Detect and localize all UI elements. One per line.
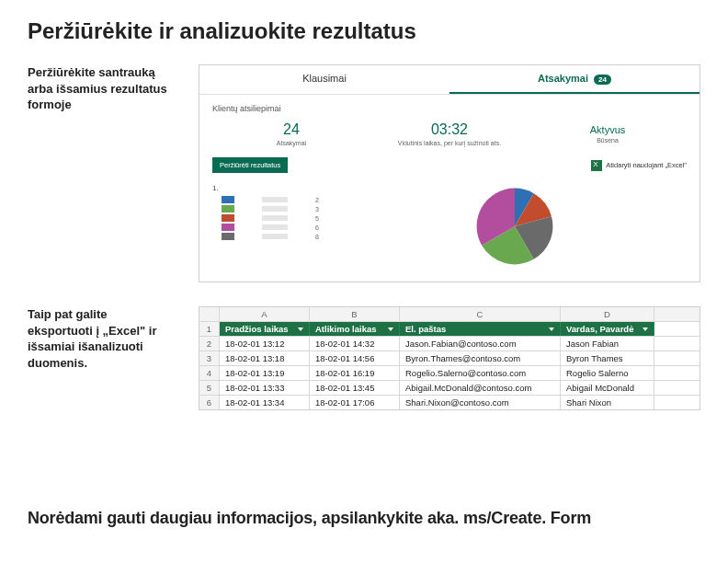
table-cell[interactable]: Abigail.McDonald@contoso.com: [400, 381, 561, 395]
table-header-cell[interactable]: Atlikimo laikas: [310, 322, 400, 336]
open-in-excel-link[interactable]: Atidaryti naudojant „Excel": [591, 160, 687, 171]
table-cell[interactable]: Jason Fabian: [561, 337, 654, 350]
col-letter[interactable]: A: [220, 307, 310, 321]
tab-responses[interactable]: Atsakymai 24: [449, 65, 700, 94]
legend-row: 5: [222, 214, 321, 222]
table-cell[interactable]: Rogelio.Salerno@contoso.com: [400, 366, 561, 380]
table-cell[interactable]: Byron Thames: [561, 351, 654, 365]
col-letter[interactable]: B: [310, 307, 400, 321]
legend-swatch: [222, 205, 234, 213]
table-cell[interactable]: 18-02-01 13:12: [220, 337, 310, 350]
row-number[interactable]: 3: [199, 351, 220, 365]
excel-icon: [591, 160, 602, 171]
table-header-cell[interactable]: Pradžios laikas: [220, 322, 310, 336]
legend-bar: [262, 206, 288, 212]
question-number: 1.: [212, 184, 321, 192]
table-cell[interactable]: 18-02-01 13:18: [220, 351, 310, 365]
table-cell[interactable]: Byron.Thames@contoso.com: [400, 351, 561, 365]
filter-dropdown-icon[interactable]: [298, 327, 303, 331]
tab-responses-label: Atsakymai: [538, 73, 588, 84]
legend-swatch: [222, 224, 234, 231]
stat-time-value: 03:32: [370, 121, 529, 138]
table-row: 318-02-01 13:1818-02-01 14:56Byron.Thame…: [199, 350, 700, 365]
stat-responses: 24 Atsakymai: [212, 121, 370, 146]
table-cell[interactable]: 18-02-01 14:56: [310, 351, 400, 365]
filter-dropdown-icon[interactable]: [388, 327, 393, 331]
filter-dropdown-icon[interactable]: [549, 327, 554, 331]
grid-corner: [199, 307, 220, 321]
table-cell[interactable]: 18-02-01 13:34: [220, 396, 310, 409]
legend-bar: [262, 224, 288, 230]
col-letter[interactable]: D: [561, 307, 654, 321]
table-cell[interactable]: Shari.Nixon@contoso.com: [400, 396, 561, 409]
forms-results-panel: Klausimai Atsakymai 24 Klientų atsiliepi…: [199, 64, 700, 282]
footer-cta: Norėdami gauti daugiau informacijos, aps…: [28, 509, 591, 528]
header-label: El. paštas: [405, 324, 446, 334]
table-cell[interactable]: Abigail McDonald: [561, 381, 654, 395]
table-cell[interactable]: 18-02-01 14:32: [310, 337, 400, 350]
table-row: 618-02-01 13:3418-02-01 17:06Shari.Nixon…: [199, 395, 700, 409]
row-number[interactable]: 6: [199, 396, 220, 409]
table-cell[interactable]: 18-02-01 16:19: [310, 366, 400, 380]
table-cell[interactable]: Shari Nixon: [561, 396, 654, 409]
excel-grid: ABCD1Pradžios laikasAtlikimo laikasEl. p…: [199, 306, 700, 410]
table-row: 218-02-01 13:1218-02-01 14:32Jason.Fabia…: [199, 336, 700, 350]
view-results-button[interactable]: Peržiūrėti rezultatus: [212, 157, 288, 173]
form-title: Klientų atsiliepimai: [199, 95, 700, 117]
footer-band: Norėdami gauti daugiau informacijos, aps…: [0, 471, 728, 563]
filter-dropdown-icon[interactable]: [643, 327, 648, 331]
table-row: 418-02-01 13:1918-02-01 16:19Rogelio.Sal…: [199, 365, 700, 380]
legend-row: 2: [222, 196, 321, 203]
page-title: Peržiūrėkite ir analizuokite rezultatus: [28, 18, 700, 44]
row-number[interactable]: 2: [199, 337, 220, 350]
side-text-2: Taip pat galite eksportuoti į „Excel" ir…: [28, 306, 175, 410]
pie-chart: [472, 184, 557, 269]
row-number[interactable]: 4: [199, 366, 220, 380]
stat-status-value: Aktyvus: [529, 124, 687, 135]
col-letter[interactable]: C: [400, 307, 561, 321]
stat-time-label: Vidutinis laikas, per kurį sužinoti ats.: [370, 140, 529, 146]
header-label: Atlikimo laikas: [315, 324, 377, 334]
table-cell[interactable]: 18-02-01 13:45: [310, 381, 400, 395]
open-in-excel-label: Atidaryti naudojant „Excel": [606, 161, 687, 169]
table-cell[interactable]: Jason.Fabian@contoso.com: [400, 337, 561, 350]
legend-swatch: [222, 214, 234, 222]
row-number[interactable]: 5: [199, 381, 220, 395]
header-label: Vardas, Pavardė: [566, 324, 633, 334]
side-text-1: Peržiūrėkite santrauką arba išsamius rez…: [28, 64, 175, 282]
responses-badge: 24: [594, 75, 611, 85]
legend-count: 3: [315, 206, 321, 213]
tab-questions[interactable]: Klausimai: [199, 65, 449, 94]
table-row: 518-02-01 13:3318-02-01 13:45Abigail.McD…: [199, 380, 700, 395]
legend: 23568: [222, 196, 321, 240]
row-number[interactable]: 1: [199, 322, 220, 336]
legend-count: 6: [315, 224, 321, 231]
stat-status-label: Būsena: [529, 137, 687, 144]
legend-bar: [262, 197, 288, 202]
legend-count: 2: [315, 197, 321, 203]
stat-responses-value: 24: [212, 121, 370, 138]
table-cell[interactable]: 18-02-01 17:06: [310, 396, 400, 409]
table-cell[interactable]: 18-02-01 13:33: [220, 381, 310, 395]
legend-swatch: [222, 233, 234, 240]
stat-time: 03:32 Vidutinis laikas, per kurį sužinot…: [370, 121, 529, 146]
legend-row: 6: [222, 224, 321, 231]
legend-row: 3: [222, 205, 321, 213]
legend-bar: [262, 215, 288, 221]
legend-count: 8: [315, 234, 321, 240]
table-cell[interactable]: Rogelio Salerno: [561, 366, 654, 380]
table-header-cell[interactable]: Vardas, Pavardė: [561, 322, 654, 336]
legend-bar: [262, 234, 288, 239]
table-cell[interactable]: 18-02-01 13:19: [220, 366, 310, 380]
stat-status: Aktyvus Būsena: [529, 121, 687, 146]
table-header-cell[interactable]: El. paštas: [400, 322, 561, 336]
header-label: Pradžios laikas: [225, 324, 289, 334]
legend-row: 8: [222, 233, 321, 240]
legend-count: 5: [315, 215, 321, 222]
stat-responses-label: Atsakymai: [212, 140, 370, 146]
legend-swatch: [222, 196, 234, 203]
